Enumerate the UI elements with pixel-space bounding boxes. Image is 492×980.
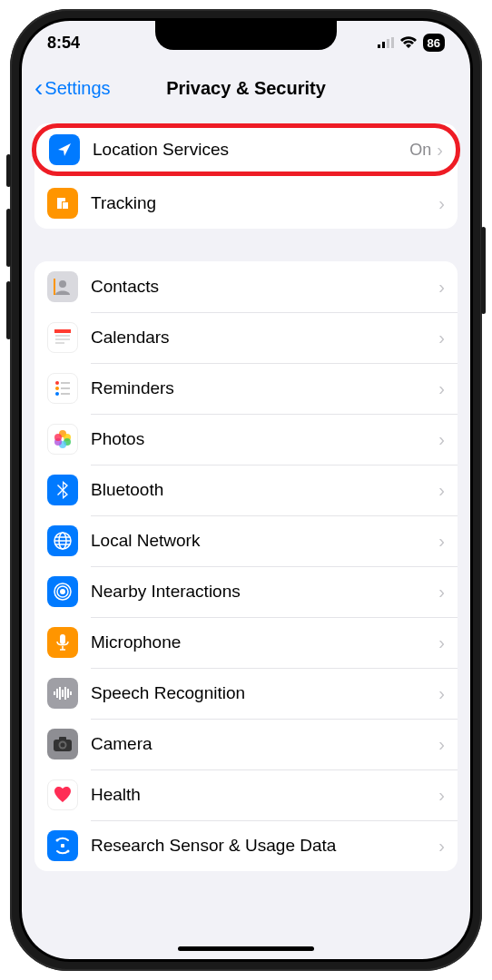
- photos-icon: [47, 424, 78, 455]
- svg-point-21: [54, 434, 62, 441]
- local-network-icon: [47, 525, 78, 556]
- svg-point-11: [55, 387, 59, 390]
- svg-rect-7: [55, 335, 70, 337]
- research-icon: [47, 830, 78, 861]
- row-label: Speech Recognition: [91, 683, 438, 703]
- row-label: Tracking: [91, 193, 438, 213]
- svg-point-12: [55, 392, 59, 396]
- page-title: Privacy & Security: [166, 78, 326, 99]
- chevron-right-icon: ›: [438, 531, 445, 552]
- row-label: Photos: [91, 429, 438, 449]
- tracking-icon: [47, 188, 78, 219]
- group-location-tracking: Location Services On › Tracking ›: [34, 123, 458, 229]
- svg-rect-8: [55, 338, 70, 340]
- row-microphone[interactable]: Microphone ›: [34, 617, 458, 668]
- health-icon: [47, 779, 78, 810]
- chevron-right-icon: ›: [438, 734, 445, 755]
- row-label: Reminders: [91, 378, 438, 398]
- row-camera[interactable]: Camera ›: [34, 719, 458, 769]
- bluetooth-icon: [47, 475, 78, 505]
- row-label: Microphone: [91, 632, 438, 652]
- wifi-icon: [399, 36, 418, 49]
- battery-indicator: 86: [423, 34, 445, 52]
- chevron-right-icon: ›: [438, 378, 445, 399]
- svg-rect-5: [54, 279, 55, 295]
- camera-icon: [47, 729, 78, 760]
- microphone-icon: [47, 627, 78, 658]
- svg-rect-9: [55, 342, 64, 344]
- chevron-left-icon: ‹: [34, 75, 43, 101]
- svg-point-43: [61, 743, 65, 748]
- chevron-right-icon: ›: [438, 429, 445, 450]
- row-photos[interactable]: Photos ›: [34, 414, 458, 465]
- back-button[interactable]: ‹ Settings: [34, 75, 111, 101]
- chevron-right-icon: ›: [438, 683, 445, 704]
- row-label: Research Sensor & Usage Data: [91, 836, 438, 856]
- row-contacts[interactable]: Contacts ›: [34, 261, 458, 312]
- group-apps: Contacts › Calendars › R: [34, 261, 458, 871]
- svg-rect-6: [54, 329, 71, 333]
- row-research-sensor[interactable]: Research Sensor & Usage Data ›: [34, 820, 458, 871]
- row-nearby-interactions[interactable]: Nearby Interactions ›: [34, 566, 458, 617]
- svg-rect-37: [64, 687, 66, 700]
- row-label: Camera: [91, 734, 438, 754]
- row-speech-recognition[interactable]: Speech Recognition ›: [34, 668, 458, 719]
- svg-rect-13: [61, 382, 70, 384]
- svg-rect-14: [61, 387, 70, 389]
- chevron-right-icon: ›: [437, 140, 443, 161]
- row-reminders[interactable]: Reminders ›: [34, 363, 458, 414]
- row-label: Location Services: [93, 140, 409, 160]
- row-calendars[interactable]: Calendars ›: [34, 312, 458, 363]
- reminders-icon: [47, 373, 78, 404]
- svg-rect-34: [56, 689, 58, 698]
- svg-point-45: [67, 850, 70, 853]
- svg-rect-39: [70, 691, 72, 695]
- row-label: Nearby Interactions: [91, 582, 438, 602]
- row-label: Local Network: [91, 531, 438, 551]
- row-label: Calendars: [91, 328, 438, 348]
- row-tracking[interactable]: Tracking ›: [34, 178, 458, 229]
- row-value: On: [409, 141, 431, 160]
- content: Location Services On › Tracking ›: [22, 112, 470, 959]
- nav-bar: ‹ Settings Privacy & Security: [22, 64, 470, 112]
- svg-rect-46: [61, 844, 64, 848]
- svg-point-44: [56, 839, 59, 842]
- row-bluetooth[interactable]: Bluetooth ›: [34, 465, 458, 515]
- row-health[interactable]: Health ›: [34, 769, 458, 820]
- status-time: 8:54: [47, 34, 80, 53]
- chevron-right-icon: ›: [438, 836, 445, 857]
- battery-level: 86: [428, 37, 440, 49]
- chevron-right-icon: ›: [438, 582, 445, 603]
- row-label: Bluetooth: [91, 480, 438, 500]
- svg-point-4: [59, 280, 66, 288]
- svg-rect-41: [59, 737, 66, 740]
- chevron-right-icon: ›: [438, 632, 445, 653]
- svg-rect-0: [378, 44, 380, 48]
- svg-rect-3: [391, 37, 394, 48]
- row-location-services[interactable]: Location Services On ›: [32, 123, 460, 176]
- row-local-network[interactable]: Local Network ›: [34, 515, 458, 566]
- chevron-right-icon: ›: [438, 277, 445, 298]
- svg-rect-2: [387, 39, 389, 48]
- chevron-right-icon: ›: [438, 193, 445, 214]
- row-label: Contacts: [91, 277, 438, 297]
- cellular-icon: [378, 37, 394, 48]
- home-indicator[interactable]: [178, 946, 314, 951]
- chevron-right-icon: ›: [438, 480, 445, 501]
- chevron-right-icon: ›: [438, 328, 445, 348]
- speech-icon: [47, 678, 78, 709]
- nearby-icon: [47, 576, 78, 607]
- contacts-icon: [47, 271, 78, 302]
- svg-rect-38: [67, 689, 69, 698]
- location-icon: [49, 134, 80, 165]
- svg-rect-35: [59, 687, 61, 700]
- svg-rect-15: [61, 393, 70, 395]
- svg-rect-36: [62, 690, 64, 697]
- svg-rect-33: [54, 691, 55, 695]
- calendars-icon: [47, 322, 78, 353]
- svg-rect-30: [60, 634, 65, 644]
- svg-point-10: [55, 381, 59, 385]
- svg-point-27: [60, 589, 65, 594]
- back-label: Settings: [44, 78, 110, 99]
- chevron-right-icon: ›: [438, 785, 445, 806]
